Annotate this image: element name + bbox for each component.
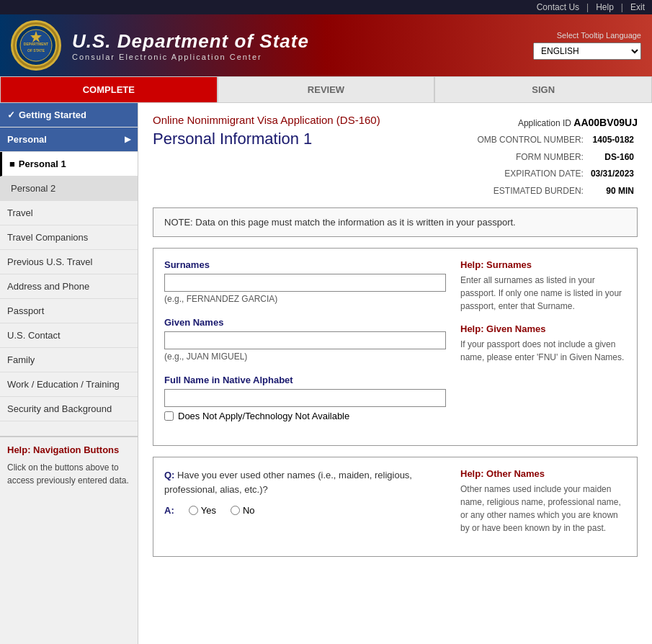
app-id-value: AA00BV09UJ [573, 117, 638, 128]
native-name-label: Full Name in Native Alphabet [164, 375, 446, 385]
form-title: Personal Information 1 [153, 130, 380, 148]
sidebar-label-work-education: Work / Education / Training [7, 379, 120, 390]
no-radio[interactable] [231, 506, 240, 515]
question-section: Q: Have you ever used other names (i.e.,… [153, 457, 638, 557]
surnames-help-box: Help: Surnames Enter all surnames as lis… [460, 259, 626, 313]
notice-box: NOTE: Data on this page must match the i… [153, 207, 638, 237]
sidebar-item-personal2[interactable]: Personal 2 [0, 176, 138, 201]
form-number-value: DS-160 [587, 149, 638, 166]
sidebar-label-personal1: Personal 1 [19, 158, 66, 169]
given-names-help-box: Help: Given Names If your passport does … [460, 323, 626, 364]
exp-date-row: EXPIRATION DATE: 03/31/2023 [473, 166, 638, 183]
sidebar-item-security[interactable]: Security and Background [0, 397, 138, 421]
given-names-row: Given Names (e.g., JUAN MIGUEL) [164, 317, 446, 362]
top-bar: Contact Us | Help | Exit [0, 0, 652, 14]
question-help-panel: Help: Other Names Other names used inclu… [460, 468, 626, 545]
tab-review[interactable]: REVIEW [218, 76, 435, 103]
form-fields: Surnames (e.g., FERNANDEZ GARCIA) Given … [164, 259, 446, 434]
sidebar-label-security: Security and Background [7, 403, 112, 414]
sidebar-help-title: Help: Navigation Buttons [7, 444, 130, 455]
sidebar-item-personal[interactable]: Personal ▶ [0, 128, 138, 152]
sidebar-item-travel[interactable]: Travel [0, 201, 138, 225]
sidebar-label-address: Address and Phone [7, 281, 89, 292]
sidebar-label-personal: Personal [7, 134, 47, 145]
surnames-label: Surnames [164, 259, 446, 270]
exit-link[interactable]: Exit [630, 2, 645, 12]
sidebar-label-us-contact: U.S. Contact [7, 330, 61, 341]
app-id-label: Application ID [518, 118, 571, 128]
other-names-help-text: Other names used include your maiden nam… [460, 483, 626, 535]
question-row: Q: Have you ever used other names (i.e.,… [164, 468, 626, 545]
surnames-row: Surnames (e.g., FERNANDEZ GARCIA) [164, 259, 446, 304]
answer-row: A: Yes No [164, 505, 446, 516]
tab-complete[interactable]: COMPLETE [0, 76, 218, 103]
other-names-help-box: Help: Other Names Other names used inclu… [460, 468, 626, 535]
form-number-label: FORM NUMBER: [473, 149, 587, 166]
main-layout: ✓ Getting Started Personal ▶ ■ Personal … [0, 103, 652, 644]
sidebar-label-personal2: Personal 2 [11, 183, 55, 194]
sidebar-item-prev-travel[interactable]: Previous U.S. Travel [0, 250, 138, 274]
a-marker: A: [164, 505, 174, 516]
app-info: Application ID AA00BV09UJ OMB CONTROL NU… [473, 114, 638, 200]
sidebar: ✓ Getting Started Personal ▶ ■ Personal … [0, 103, 138, 644]
header: U.S. DEPARTMENT OF STATE U.S. Department… [0, 14, 652, 76]
no-option[interactable]: No [231, 505, 255, 516]
sidebar-item-us-contact[interactable]: U.S. Contact [0, 323, 138, 348]
sidebar-help-text: Click on the buttons above to access pre… [7, 461, 130, 487]
sidebar-label-prev-travel: Previous U.S. Travel [7, 256, 93, 267]
exp-date-label: EXPIRATION DATE: [473, 166, 587, 183]
form-section: Surnames (e.g., FERNANDEZ GARCIA) Given … [153, 248, 638, 446]
svg-text:OF STATE: OF STATE [27, 48, 45, 53]
burden-label: ESTIMATED BURDEN: [473, 183, 587, 200]
app-title: Online Nonimmigrant Visa Application (DS… [153, 114, 380, 126]
sidebar-item-passport[interactable]: Passport [0, 299, 138, 323]
language-select[interactable]: ENGLISH ESPAÑOL FRANÇAIS PORTUGUÊS 中文 [533, 43, 641, 60]
burden-value: 90 MIN [587, 183, 638, 200]
sidebar-item-address[interactable]: Address and Phone [0, 274, 138, 299]
not-apply-row: Does Not Apply/Technology Not Available [164, 411, 446, 421]
sidebar-item-family[interactable]: Family [0, 348, 138, 372]
surnames-example: (e.g., FERNANDEZ GARCIA) [164, 294, 446, 304]
sidebar-item-travel-companions[interactable]: Travel Companions [0, 225, 138, 250]
question-content: Q: Have you ever used other names (i.e.,… [164, 468, 446, 545]
sidebar-label-travel: Travel [7, 207, 33, 218]
svg-text:DEPARTMENT: DEPARTMENT [24, 42, 48, 46]
sidebar-label-passport: Passport [7, 305, 44, 316]
yes-option[interactable]: Yes [189, 505, 216, 516]
sidebar-item-personal1[interactable]: ■ Personal 1 [0, 152, 138, 176]
other-names-help-title: Help: Other Names [460, 468, 626, 479]
separator-2: | [621, 2, 623, 12]
given-names-example: (e.g., JUAN MIGUEL) [164, 352, 446, 362]
form-content: Surnames (e.g., FERNANDEZ GARCIA) Given … [164, 259, 626, 434]
us-seal: U.S. DEPARTMENT OF STATE [11, 20, 61, 71]
separator-1: | [586, 2, 589, 12]
sidebar-label-family: Family [7, 354, 35, 365]
sidebar-item-getting-started[interactable]: ✓ Getting Started [0, 103, 138, 128]
burden-row: ESTIMATED BURDEN: 90 MIN [473, 183, 638, 200]
surnames-input[interactable] [164, 274, 446, 292]
bullet-icon: ■ [9, 158, 15, 169]
given-names-input[interactable] [164, 331, 446, 349]
contact-link[interactable]: Contact Us [537, 2, 579, 12]
omb-label: OMB CONTROL NUMBER: [473, 132, 587, 149]
native-name-input[interactable] [164, 389, 446, 407]
help-link[interactable]: Help [596, 2, 614, 12]
content-area: Online Nonimmigrant Visa Application (DS… [138, 103, 652, 644]
check-icon: ✓ [7, 109, 15, 120]
not-apply-checkbox[interactable] [164, 411, 174, 421]
app-center-name: Consular Electronic Application Center [72, 53, 309, 61]
yes-radio[interactable] [189, 506, 198, 515]
nav-tabs: COMPLETE REVIEW SIGN [0, 76, 652, 103]
header-title: U.S. Department of State Consular Electr… [72, 30, 309, 61]
page-title-section: Online Nonimmigrant Visa Application (DS… [153, 114, 380, 148]
surnames-help-text: Enter all surnames as listed in your pas… [460, 274, 626, 313]
notice-text: NOTE: Data on this page must match the i… [164, 217, 516, 228]
sidebar-item-work-education[interactable]: Work / Education / Training [0, 372, 138, 397]
q-marker: Q: [164, 470, 174, 480]
question-text: Q: Have you ever used other names (i.e.,… [164, 468, 446, 498]
app-meta-table: OMB CONTROL NUMBER: 1405-0182 FORM NUMBE… [473, 132, 638, 200]
page-header: Online Nonimmigrant Visa Application (DS… [153, 114, 638, 200]
native-name-row: Full Name in Native Alphabet Does Not Ap… [164, 375, 446, 421]
tab-sign[interactable]: SIGN [434, 76, 652, 103]
not-apply-label[interactable]: Does Not Apply/Technology Not Available [178, 411, 349, 421]
